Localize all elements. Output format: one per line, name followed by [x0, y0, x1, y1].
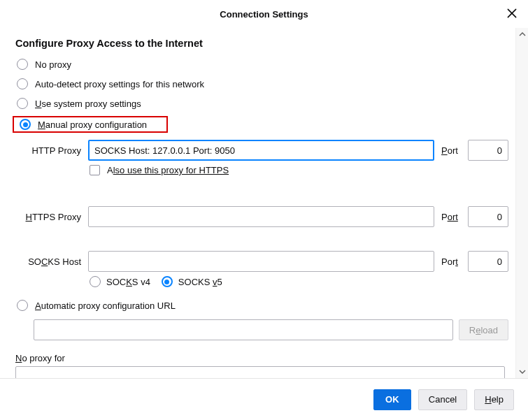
https-proxy-label: HTTPS Proxy	[15, 212, 84, 222]
option-label: Manual proxy configuration	[38, 120, 147, 130]
no-proxy-for-input[interactable]	[15, 366, 505, 378]
socks-host-input[interactable]	[88, 251, 434, 272]
ok-button[interactable]: OK	[373, 389, 411, 410]
dialog-footer: OK Cancel Help	[0, 378, 528, 420]
checkbox-icon[interactable]	[90, 165, 100, 175]
http-proxy-input[interactable]	[88, 140, 434, 161]
radio-icon[interactable]	[17, 98, 28, 109]
radio-icon[interactable]	[17, 78, 28, 89]
radio-icon[interactable]	[20, 119, 31, 130]
no-proxy-for-label: No proxy for	[15, 353, 508, 363]
option-auto-detect[interactable]: Auto-detect proxy settings for this netw…	[15, 78, 508, 89]
socks-host-label: SOCKS Host	[15, 256, 84, 267]
scroll-up-icon[interactable]	[516, 28, 528, 41]
http-port-label: Port	[438, 145, 464, 156]
also-https-label[interactable]: Also use this proxy for HTTPS	[107, 165, 229, 175]
dialog-body: Configure Proxy Access to the Internet N…	[0, 28, 515, 378]
option-label: Auto-detect proxy settings for this netw…	[35, 79, 204, 89]
option-label: No proxy	[35, 59, 71, 70]
option-label: SOCKS v5	[178, 277, 222, 287]
http-port-input[interactable]	[468, 140, 508, 161]
help-button[interactable]: Help	[474, 389, 514, 410]
https-proxy-input[interactable]	[88, 206, 434, 227]
section-heading: Configure Proxy Access to the Internet	[15, 38, 508, 49]
socks-port-label: Port	[438, 256, 464, 267]
pac-url-input[interactable]	[34, 319, 453, 340]
http-proxy-label: HTTP Proxy	[15, 145, 84, 156]
option-socks-v5[interactable]: SOCKS v5	[162, 276, 222, 287]
option-system-proxy[interactable]: Use system proxy settings	[15, 98, 508, 109]
radio-icon[interactable]	[90, 276, 101, 287]
option-manual-proxy[interactable]: Manual proxy configuration	[18, 119, 162, 130]
option-no-proxy[interactable]: No proxy	[15, 59, 508, 70]
vertical-scrollbar[interactable]	[515, 28, 528, 378]
option-label: Automatic proxy configuration URL	[35, 300, 176, 311]
radio-icon[interactable]	[162, 276, 173, 287]
option-auto-config-url[interactable]: Automatic proxy configuration URL	[15, 300, 508, 311]
option-label: SOCKS v4	[106, 277, 150, 287]
scroll-down-icon[interactable]	[516, 365, 528, 378]
close-icon[interactable]	[506, 7, 518, 20]
option-socks-v4[interactable]: SOCKS v4	[90, 276, 150, 287]
socks-port-input[interactable]	[468, 251, 508, 272]
radio-icon[interactable]	[17, 59, 28, 70]
dialog-title: Connection Settings	[220, 9, 308, 20]
reload-button: Reload	[459, 319, 508, 340]
option-label: Use system proxy settings	[35, 99, 141, 109]
cancel-button[interactable]: Cancel	[418, 389, 467, 410]
manual-option-highlight: Manual proxy configuration	[13, 116, 168, 133]
dialog-titlebar: Connection Settings	[0, 0, 528, 28]
radio-icon[interactable]	[17, 300, 28, 311]
https-port-label: Port	[438, 212, 464, 222]
https-port-input[interactable]	[468, 206, 508, 227]
